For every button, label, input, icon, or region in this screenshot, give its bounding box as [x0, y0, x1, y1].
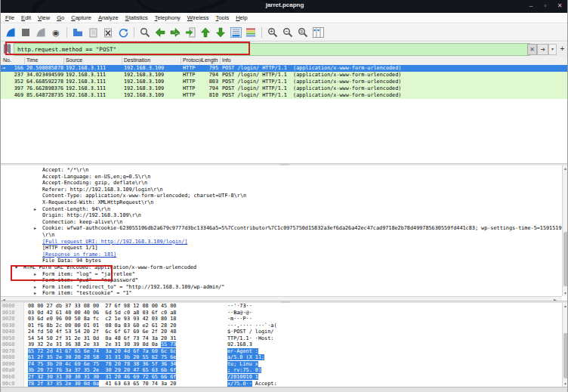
hex-bytes[interactable]: 78 2f 37 35 2e 30 0d 0a 41 63 63 65 70 7…: [28, 381, 176, 387]
filter-clear-button[interactable]: ✕: [527, 44, 537, 55]
hex-bytes[interactable]: 01 f6 8b 2c 00 00 01 01 08 0a 83 60 e2 6…: [28, 323, 176, 329]
hex-bytes[interactable]: 03 0d 42 61 40 00 40 06 6d 5d c0 a8 03 6…: [28, 310, 176, 316]
hex-bytes[interactable]: 61 2f 35 2e 30 20 28 58 31 31 3b 20 55 6…: [28, 354, 176, 361]
next-packet-icon[interactable]: [169, 26, 181, 39]
resize-columns-icon[interactable]: [312, 26, 324, 39]
column-separator[interactable]: [199, 57, 200, 64]
column-header-no[interactable]: No.: [3, 57, 11, 63]
menu-help[interactable]: Help: [236, 14, 247, 21]
details-vertical-scrollbar[interactable]: ▲ ▼: [562, 165, 568, 296]
detail-line[interactable]: [HTTP request 1/1]: [1, 245, 562, 252]
detail-line[interactable]: Accept-Encoding: gzip, deflate\r\n: [1, 180, 562, 187]
detail-line[interactable]: ▸Content-Length: 94\r\n: [1, 206, 562, 213]
hex-ascii[interactable]: tu; Linu x: [227, 361, 258, 368]
hex-bytes[interactable]: 3b 20 72 76 3a 37 35 2e 30 29 20 47 65 6…: [28, 367, 176, 374]
zoom-out-icon[interactable]: −: [282, 26, 294, 39]
hex-ascii[interactable]: $·POST / login/: [227, 329, 273, 335]
stop-capture-icon[interactable]: [20, 26, 32, 39]
packet-row[interactable]: 46985.648728735192.168.3.111192.168.3.10…: [1, 92, 568, 99]
hex-ascii[interactable]: TTP/1.1· ·Host:: [227, 335, 273, 342]
menu-file[interactable]: File: [5, 14, 14, 21]
column-separator[interactable]: [220, 57, 221, 64]
menu-statistics[interactable]: Statistics: [125, 14, 148, 21]
hex-row[interactable]: 00c078 2f 37 35 2e 30 0d 0a 41 63 63 65 …: [1, 381, 568, 387]
packet-row[interactable]: 35264.668592278192.168.3.111192.168.3.10…: [1, 79, 568, 85]
menu-tools[interactable]: Tools: [216, 14, 230, 21]
last-packet-icon[interactable]: [215, 26, 227, 39]
column-header-info[interactable]: Info: [222, 57, 231, 63]
column-separator[interactable]: [24, 57, 25, 64]
hex-bytes[interactable]: 65 72 2d 41 67 65 6e 74 3a 20 4d 6f 7a 6…: [28, 348, 176, 355]
detail-line[interactable]: Accept-Language: en-US,en;q=0.5\r\n: [1, 174, 562, 181]
hex-vertical-scrollbar[interactable]: ▲ ▼: [562, 303, 568, 387]
hex-row[interactable]: 00b02f 32 30 31 30 30 31 30 31 20 46 69 …: [1, 374, 568, 381]
column-separator[interactable]: [122, 57, 122, 64]
hex-ascii[interactable]: er-Agent :: [227, 348, 258, 355]
hex-row[interactable]: 000008 00 27 db 37 33 08 00 27 6f 98 12 …: [1, 303, 568, 310]
hex-ascii[interactable]: ··'·73··: [227, 303, 252, 310]
hex-row[interactable]: 001003 0d 42 61 40 00 40 06 6d 5d c0 a8 …: [1, 310, 568, 316]
collapsed-arrow-icon[interactable]: ▸: [34, 225, 36, 232]
zoom-in-icon[interactable]: +: [267, 26, 279, 39]
detail-line[interactable]: ▸Form item: "redirect_to" = "http://192.…: [1, 284, 562, 291]
hex-ascii[interactable]: 92.168.3: [227, 341, 252, 348]
packet-row[interactable]: →16620.598085878192.168.3.111192.168.3.1…: [1, 65, 568, 72]
goto-packet-icon[interactable]: [184, 26, 196, 39]
collapsed-arrow-icon[interactable]: ▸: [34, 284, 36, 291]
hex-bytes[interactable]: 08 00 27 db 37 33 08 00 27 6f 98 12 08 0…: [28, 303, 176, 310]
column-header-length[interactable]: Length: [202, 57, 218, 63]
save-file-icon[interactable]: [87, 26, 99, 39]
detail-line[interactable]: ▸Cookie: wfwaf-authcookie-623055106db2a6…: [1, 225, 562, 232]
colorize-icon[interactable]: [245, 26, 257, 39]
maximize-button[interactable]: ▫: [539, 1, 551, 11]
detail-line[interactable]: Origin: http://192.168.3.109\r\n: [1, 212, 562, 219]
detail-line[interactable]: \r\n: [1, 232, 562, 239]
open-file-icon[interactable]: [72, 26, 84, 39]
menu-capture[interactable]: Capture: [71, 14, 91, 21]
detail-link[interactable]: [Response in frame: 181]: [1, 252, 116, 258]
column-separator[interactable]: [63, 57, 64, 64]
packet-row[interactable]: 23734.023494599192.168.3.111192.168.3.10…: [1, 72, 568, 79]
hex-ascii[interactable]: ···,···· ···`·a(: [227, 323, 280, 329]
detail-line[interactable]: File Data: 94 bytes: [1, 258, 562, 264]
restart-capture-icon[interactable]: [35, 26, 47, 39]
reload-icon[interactable]: [117, 26, 129, 39]
menu-go[interactable]: Go: [57, 14, 64, 21]
filter-apply-button[interactable]: ➜: [537, 44, 548, 55]
filter-dropdown-button[interactable]: ▾: [548, 44, 557, 55]
hex-ascii[interactable]: a/5.0 (X 11;: [227, 354, 264, 361]
hex-bytes[interactable]: 03 6d e0 96 00 50 8a fc c2 1e 93 93 42 0…: [28, 316, 176, 323]
detail-line[interactable]: Referer: http://192.168.3.109/login\r\n: [1, 187, 562, 193]
close-button[interactable]: ✕: [554, 1, 566, 11]
minimize-button[interactable]: –: [525, 1, 537, 11]
detail-link[interactable]: [Full request URI: http://192.168.3.109/…: [1, 239, 187, 245]
first-packet-icon[interactable]: [199, 26, 211, 39]
hex-ascii[interactable]: ·m···P··: [227, 316, 252, 323]
detail-line[interactable]: [Full request URI: http://192.168.3.109/…: [1, 239, 562, 245]
collapsed-arrow-icon[interactable]: ▸: [34, 206, 36, 213]
column-header-source[interactable]: Source: [66, 57, 82, 63]
menu-edit[interactable]: Edit: [21, 14, 31, 21]
hex-row[interactable]: 007065 72 2d 41 67 65 6e 74 3a 20 4d 6f …: [1, 348, 568, 355]
hex-row[interactable]: 006039 32 2e 31 36 38 2e 33 2e 31 30 39 …: [1, 341, 568, 348]
menu-view[interactable]: View: [38, 14, 50, 21]
filter-add-button[interactable]: +: [558, 44, 566, 54]
packet-row[interactable]: 39776.662898376192.168.3.111192.168.3.10…: [1, 85, 568, 92]
hex-row[interactable]: 004024 fd 50 4f 53 54 20 2f 6c 6f 67 69 …: [1, 329, 568, 335]
hex-row[interactable]: 009074 75 3b 20 4c 69 6e 75 78 20 78 38 …: [1, 361, 568, 368]
close-file-icon[interactable]: [102, 26, 114, 39]
hex-bytes[interactable]: 24 fd 50 4f 53 54 20 2f 6c 6f 67 69 6e 2…: [28, 329, 176, 335]
hex-row[interactable]: 00a03b 20 72 76 3a 37 35 2e 30 29 20 47 …: [1, 367, 568, 374]
detail-line[interactable]: X-Requested-With: XMLHttpRequest\r\n: [1, 199, 562, 206]
capture-options-icon[interactable]: ◉: [50, 26, 62, 39]
title-bar[interactable]: jarret.pcapng –▫✕: [1, 0, 568, 13]
find-packet-icon[interactable]: [139, 26, 151, 39]
hex-bytes[interactable]: 2f 32 30 31 30 30 31 30 31 20 46 69 72 6…: [28, 374, 176, 381]
menu-analyze[interactable]: Analyze: [98, 14, 119, 21]
hex-bytes[interactable]: 39 32 2e 31 36 38 2e 33 2e 31 30 39 0d 0…: [28, 341, 176, 348]
start-capture-icon[interactable]: [5, 26, 17, 39]
detail-line[interactable]: [Response in frame: 181]: [1, 252, 562, 258]
menu-wireless[interactable]: Wireless: [187, 14, 209, 21]
menu-telephony[interactable]: Telephony: [155, 14, 181, 21]
detail-line[interactable]: Accept: */*\r\n: [1, 167, 562, 174]
